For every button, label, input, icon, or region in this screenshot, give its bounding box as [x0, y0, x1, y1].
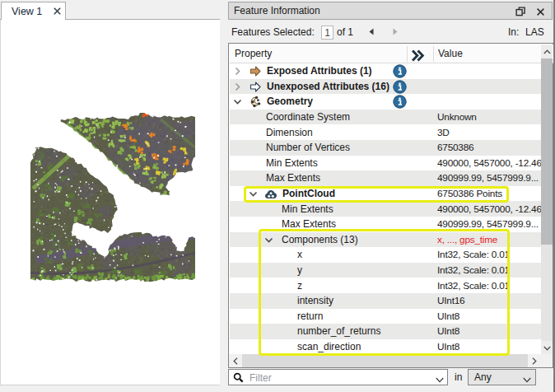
- table-row[interactable]: intensityUInt16: [230, 293, 542, 309]
- pointcloud-icon: [264, 188, 278, 200]
- value-cell: Int32, Scale: 0.01: [437, 263, 542, 278]
- filter-in-label: in: [455, 371, 462, 383]
- filter-scope-dropdown[interactable]: Any: [468, 369, 536, 385]
- property-cell: PointCloud: [282, 186, 335, 202]
- filter-dropdown-icon[interactable]: [436, 374, 444, 385]
- float-panel-icon[interactable]: [514, 5, 527, 18]
- horizontal-scrollbar-thumb[interactable]: [242, 354, 528, 367]
- value-cell: Int32, Scale: 0.01: [437, 278, 542, 293]
- close-panel-icon[interactable]: [534, 5, 547, 18]
- property-cell: Geometry: [267, 94, 313, 110]
- table-body: Exposed Attributes (1)Unexposed Attribut…: [230, 63, 542, 355]
- table-row[interactable]: Dimension3D: [230, 124, 542, 140]
- features-selected-bar: Features Selected: 1 of 1 In: LAS: [228, 20, 553, 43]
- previous-feature-button[interactable]: [366, 26, 377, 37]
- panel-title: Feature Information: [234, 5, 320, 16]
- column-header-property[interactable]: Property: [235, 48, 272, 59]
- property-cell: Max Extents: [266, 170, 320, 186]
- table-row[interactable]: Coordinate SystemUnknown: [230, 110, 542, 125]
- filter-bar: Filter in Any: [228, 368, 553, 392]
- property-cell: z: [297, 278, 302, 293]
- value-cell: 6750386: [437, 140, 542, 156]
- column-header-value[interactable]: Value: [438, 48, 463, 59]
- property-cell: Exposed Attributes (1): [267, 63, 372, 79]
- vertical-scrollbar-thumb[interactable]: [541, 58, 553, 245]
- scope-dropdown-icon: [523, 374, 531, 385]
- filter-scope-value: Any: [474, 371, 492, 383]
- value-cell: [437, 94, 542, 110]
- property-cell: scan_direction: [297, 339, 361, 355]
- scroll-right-icon[interactable]: [528, 354, 541, 367]
- feature-index-input[interactable]: 1: [321, 26, 333, 40]
- tab-close-icon[interactable]: [53, 7, 62, 16]
- table-row[interactable]: Max Extents490999.99, 5457999.9...: [230, 170, 542, 186]
- table-row[interactable]: yInt32, Scale: 0.01: [230, 263, 542, 278]
- exposed-arrow-icon: [249, 65, 262, 77]
- table-row[interactable]: Geometry: [230, 94, 542, 110]
- table-row[interactable]: Min Extents490000, 5457000, -12.46: [230, 156, 542, 171]
- filter-input[interactable]: Filter: [228, 369, 448, 385]
- property-cell: Number of Vertices: [266, 140, 350, 156]
- property-cell: Max Extents: [282, 217, 336, 232]
- table-row[interactable]: Min Extents490000, 5457000, -12.46: [230, 201, 542, 217]
- value-cell: 490000, 5457000, -12.46: [437, 156, 542, 171]
- table-row[interactable]: scan_directionUInt8: [230, 339, 542, 355]
- features-selected-label: Features Selected:: [231, 26, 315, 38]
- scroll-up-icon[interactable]: [541, 44, 553, 58]
- value-cell: 6750386 Points: [437, 186, 542, 202]
- property-cell: Min Extents: [266, 156, 318, 171]
- vertical-scrollbar[interactable]: [541, 44, 553, 355]
- value-cell: UInt8: [437, 324, 542, 339]
- expand-columns-icon[interactable]: [412, 49, 426, 65]
- value-cell: Unknown: [437, 110, 542, 125]
- scroll-down-icon[interactable]: [541, 341, 553, 355]
- value-cell: 490999.99, 5457999.9...: [437, 170, 542, 186]
- property-cell: number_of_returns: [297, 324, 380, 339]
- feature-count-label: of 1: [337, 26, 353, 38]
- value-cell: UInt8: [437, 339, 542, 355]
- filter-placeholder: Filter: [250, 372, 272, 384]
- view-canvas-area[interactable]: [0, 20, 220, 385]
- value-cell: x, ..., gps_time: [437, 232, 542, 248]
- panel-titlebar[interactable]: Feature Information: [228, 2, 553, 20]
- next-feature-button[interactable]: [389, 26, 401, 37]
- property-cell: y: [297, 263, 302, 278]
- point-cloud-render[interactable]: [30, 113, 195, 282]
- tab-view-1[interactable]: View 1: [1, 2, 66, 21]
- table-row[interactable]: number_of_returnsUInt8: [230, 324, 542, 339]
- table-row[interactable]: Components (13)x, ..., gps_time: [230, 232, 542, 248]
- value-cell: UInt16: [437, 293, 542, 309]
- horizontal-scrollbar[interactable]: [229, 354, 541, 367]
- property-cell: Min Extents: [282, 201, 333, 217]
- table-row[interactable]: xInt32, Scale: 0.01: [230, 247, 542, 263]
- property-table: Property Value Exposed Attributes (1)Une…: [228, 43, 553, 368]
- table-row[interactable]: Exposed Attributes (1): [230, 63, 542, 79]
- table-row[interactable]: Max Extents490999.99, 5457999.9...: [230, 217, 542, 232]
- table-row[interactable]: returnUInt8: [230, 309, 542, 324]
- app-window: View 1 Feature Information Feat: [0, 0, 555, 392]
- tab-view-1-label: View 1: [12, 6, 42, 17]
- info-icon[interactable]: [393, 64, 407, 78]
- search-icon: [233, 372, 244, 385]
- format-value: LAS: [525, 26, 544, 38]
- table-row[interactable]: zInt32, Scale: 0.01: [230, 278, 542, 293]
- table-row[interactable]: PointCloud6750386 Points: [230, 186, 542, 202]
- property-cell: x: [297, 247, 302, 263]
- view-tabbar: View 1: [0, 0, 220, 20]
- feature-information-panel: Feature Information Features Selected: 1…: [228, 0, 555, 392]
- table-row[interactable]: Number of Vertices6750386: [230, 140, 542, 156]
- in-label: In:: [508, 26, 519, 38]
- property-cell: return: [297, 309, 323, 324]
- info-icon[interactable]: [393, 95, 407, 109]
- table-header: Property Value: [230, 44, 553, 63]
- property-cell: Coordinate System: [266, 110, 350, 125]
- value-cell: 3D: [437, 124, 542, 140]
- unexposed-arrow-icon: [249, 81, 262, 93]
- info-icon[interactable]: [393, 80, 407, 94]
- value-cell: UInt8: [437, 309, 542, 324]
- value-cell: 490999.99, 5457999.9...: [437, 217, 542, 232]
- scroll-left-icon[interactable]: [229, 354, 242, 367]
- view-pane: View 1: [0, 0, 220, 392]
- value-cell: [437, 79, 542, 95]
- table-row[interactable]: Unexposed Attributes (16): [230, 79, 542, 95]
